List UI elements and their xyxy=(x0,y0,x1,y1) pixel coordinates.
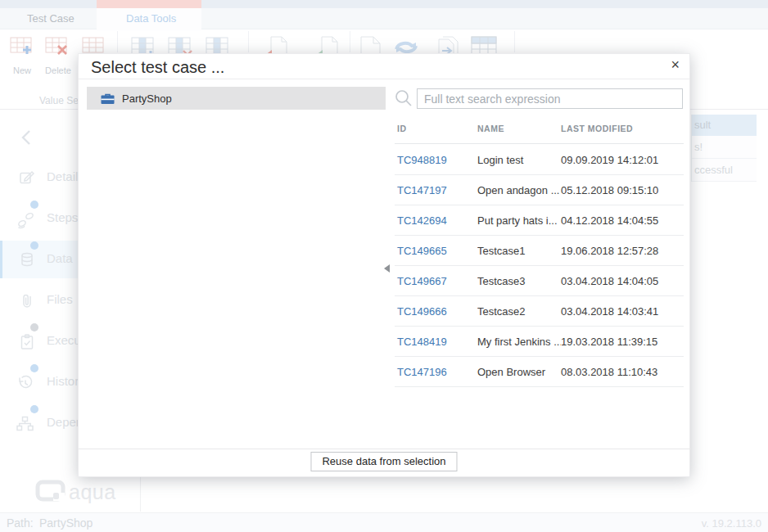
result-column-header: sult xyxy=(692,115,757,136)
steps-icon xyxy=(16,210,37,233)
active-tab-accent-bar xyxy=(97,0,201,8)
table-row[interactable]: TC149665Testcase119.06.2018 12:57:28 xyxy=(395,236,684,266)
new-value-set-icon[interactable] xyxy=(10,37,34,65)
badge-dot xyxy=(30,241,38,250)
dialog-title: Select test case ... xyxy=(91,58,224,77)
testcase-name: Testcase2 xyxy=(477,305,561,318)
testcase-id-link[interactable]: TC142694 xyxy=(395,214,477,227)
result-cell: ccessful xyxy=(692,159,757,182)
project-tree-label: PartyShop xyxy=(122,92,172,105)
testcase-id-link[interactable]: TC948819 xyxy=(395,154,477,166)
testcase-id-link[interactable]: TC147196 xyxy=(395,366,477,378)
testcase-id-link[interactable]: TC147197 xyxy=(395,184,477,196)
ribbon-separator xyxy=(350,31,350,52)
ribbon-separator xyxy=(514,31,515,52)
splitter-collapse-icon[interactable] xyxy=(384,264,390,273)
edit-icon xyxy=(19,169,35,189)
database-icon xyxy=(19,251,35,273)
status-path-label: Path: xyxy=(7,516,34,530)
table-row[interactable]: TC149667Testcase303.04.2018 14:04:05 xyxy=(395,266,684,296)
testcase-last-modified: 19.03.2018 11:39:15 xyxy=(561,336,657,348)
sidebar-collapse-chevron-icon[interactable] xyxy=(19,128,35,150)
reuse-data-button[interactable]: Reuse data from selection xyxy=(310,452,457,471)
table-row[interactable]: TC147197Open andagon ...05.12.2018 09:15… xyxy=(395,175,684,205)
status-path-value: PartyShop xyxy=(39,516,93,530)
project-tree-item-partyshop[interactable]: PartyShop xyxy=(87,87,386,110)
sidebar-item-label: Files xyxy=(47,292,73,306)
clipboard-check-icon xyxy=(19,333,35,354)
testcase-last-modified: 09.09.2019 14:12:01 xyxy=(561,154,658,166)
testcase-name: Put party hats i... xyxy=(477,214,561,227)
sidebar-item-label: Data xyxy=(47,251,73,265)
sidebar-item-label: Steps xyxy=(47,210,78,224)
dialog-header: Select test case ... × xyxy=(79,54,689,79)
testcase-id-link[interactable]: TC148419 xyxy=(395,336,477,348)
background-result-panel: sult s! ccessful xyxy=(691,115,757,182)
table-row[interactable]: TC948819Login test09.09.2019 14:12:01 xyxy=(395,145,684,175)
ribbon-group-label: Value Set xyxy=(39,95,81,106)
tab-data-tools[interactable]: Data Tools xyxy=(126,12,176,25)
close-icon[interactable]: × xyxy=(671,56,680,74)
testcase-id-link[interactable]: TC149667 xyxy=(395,275,477,287)
testcase-last-modified: 03.04.2018 14:03:41 xyxy=(561,305,658,318)
org-chart-icon xyxy=(16,415,35,436)
testcase-name: Open Browser xyxy=(477,366,561,378)
badge-dot xyxy=(30,201,38,209)
table-row[interactable]: TC142694Put party hats i...04.12.2018 14… xyxy=(395,205,684,236)
testcase-last-modified: 04.12.2018 14:04:55 xyxy=(561,214,658,227)
column-header-name[interactable]: NAME xyxy=(477,124,561,143)
table-header-row: ID NAME LAST MODIFIED xyxy=(395,124,684,144)
aqua-logo-text: aqua xyxy=(69,480,116,504)
badge-dot xyxy=(30,405,38,413)
ribbon-separator xyxy=(248,31,249,52)
testcase-last-modified: 19.06.2018 12:57:28 xyxy=(561,245,658,257)
table-row[interactable]: TC148419My first Jenkins ...19.03.2018 1… xyxy=(395,327,684,357)
new-button-label[interactable]: New xyxy=(11,65,34,75)
ribbon-separator xyxy=(117,31,118,52)
search-icon xyxy=(395,89,413,110)
table-row[interactable]: TC149666Testcase203.04.2018 14:03:41 xyxy=(395,296,684,327)
testcase-last-modified: 05.12.2018 09:15:10 xyxy=(561,184,658,196)
badge-dot xyxy=(30,364,38,372)
testcase-name: Testcase1 xyxy=(477,245,561,257)
testcase-last-modified: 08.03.2018 11:10:43 xyxy=(561,366,657,378)
select-test-case-dialog: Select test case ... × PartyShop ID NAME… xyxy=(78,53,690,477)
app-window: Test Case Data Tools New Delete Value Se xyxy=(0,0,768,532)
delete-button-label[interactable]: Delete xyxy=(42,65,75,75)
testcase-name: Login test xyxy=(477,154,561,166)
table-rows: TC948819Login test09.09.2019 14:12:01TC1… xyxy=(395,145,684,387)
badge-dot xyxy=(30,323,38,331)
testcase-name: My first Jenkins ... xyxy=(477,336,561,348)
briefcase-icon xyxy=(101,92,115,105)
status-bar xyxy=(0,512,768,532)
tab-test-case[interactable]: Test Case xyxy=(27,12,75,25)
search-input[interactable] xyxy=(417,88,683,109)
testcase-id-link[interactable]: TC149665 xyxy=(395,245,477,257)
table-row[interactable]: TC147196Open Browser08.03.2018 11:10:43 xyxy=(395,357,684,387)
column-header-id[interactable]: ID xyxy=(395,124,477,143)
column-header-last-modified[interactable]: LAST MODIFIED xyxy=(561,124,684,143)
status-version: v. 19.2.113.0 xyxy=(702,517,761,530)
testcase-id-link[interactable]: TC149666 xyxy=(395,305,477,318)
footer-divider xyxy=(79,449,691,449)
testcase-name: Open andagon ... xyxy=(477,184,561,196)
testcase-last-modified: 03.04.2018 14:04:05 xyxy=(561,275,658,287)
history-icon xyxy=(16,374,34,395)
delete-value-set-icon[interactable] xyxy=(45,37,70,65)
aqua-logo-icon xyxy=(35,480,66,506)
paperclip-icon xyxy=(19,292,35,313)
result-cell: s! xyxy=(692,136,757,159)
testcase-name: Testcase3 xyxy=(477,275,561,287)
